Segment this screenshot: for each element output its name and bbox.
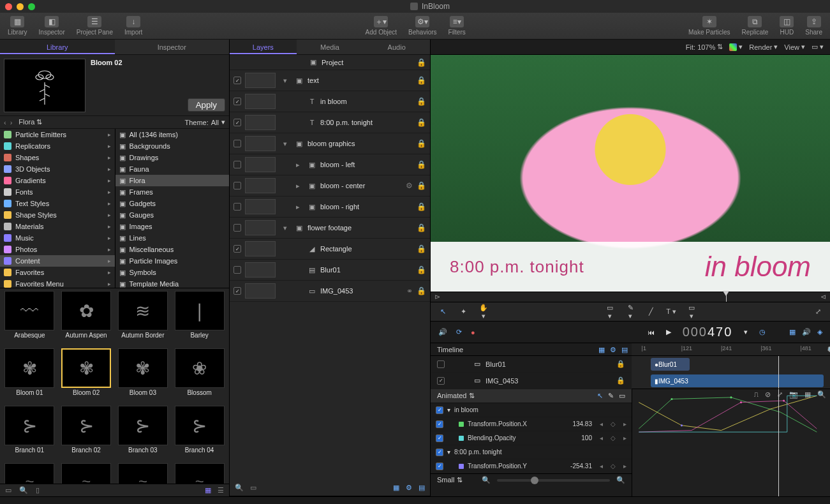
gear-icon[interactable]: ⚙ (406, 181, 413, 190)
disclosure-icon[interactable]: ▾ (279, 140, 291, 148)
show-audio-icon[interactable]: 🔊 (802, 328, 811, 336)
library-thumb[interactable]: ⊱Branch 01 (3, 406, 57, 461)
lock-icon[interactable]: 🔒 (417, 118, 426, 127)
subcategory-item[interactable]: ▣Flora (115, 175, 230, 186)
layer-row[interactable]: ▣Project🔒 (230, 55, 430, 70)
lock-icon[interactable]: 🔒 (417, 97, 426, 106)
view-menu[interactable]: View ▾ (784, 43, 805, 51)
library-thumb[interactable]: ⊱Branch 02 (59, 406, 114, 461)
subcategory-item[interactable]: ▣Miscellaneous (115, 244, 230, 255)
playhead-line[interactable] (778, 356, 779, 389)
prev-keyframe-icon[interactable]: ◂ (600, 420, 603, 427)
lock-icon[interactable]: 🔒 (417, 265, 426, 274)
subcategory-item[interactable]: ▣Particle Images (115, 255, 230, 267)
rectangle-tool-icon[interactable]: ▭ ▾ (604, 304, 616, 320)
subcategory-item[interactable]: ▣Symbols (115, 267, 230, 278)
subcategory-item[interactable]: ▣Fauna (115, 163, 230, 175)
bezier-tool-icon[interactable]: ✎ ▾ (625, 304, 636, 320)
out-point-icon[interactable]: ⊲ (820, 293, 826, 301)
paint-tool-icon[interactable]: ╱ (645, 308, 656, 316)
layer-row[interactable]: ▭IMG_0453⚭🔒 (230, 281, 430, 302)
visibility-checkbox[interactable] (233, 119, 241, 126)
share-button[interactable]: ⇪Share (805, 16, 822, 36)
fit-control[interactable]: Fit: 107% ⇅ (686, 43, 723, 51)
show-keyframes-icon[interactable]: ◈ (817, 328, 822, 336)
breadcrumb[interactable]: Flora ⇅ (19, 118, 42, 126)
layer-row[interactable]: Tin bloom🔒 (230, 91, 430, 112)
library-thumb[interactable]: ✾Bloom 03 (116, 348, 170, 403)
layer-row[interactable]: ▸▣bloom - right🔒 (230, 196, 430, 218)
mini-timeline[interactable]: ⊳ ⊲ (431, 292, 830, 302)
layout-menu[interactable]: ▭ ▾ (811, 43, 824, 51)
pen-tool-icon[interactable]: ✎ (608, 392, 614, 400)
next-keyframe-icon[interactable]: ▸ (623, 434, 626, 441)
render-menu[interactable]: Render ▾ (749, 43, 778, 51)
in-point-icon[interactable]: ⊳ (434, 293, 440, 301)
lock-icon[interactable]: 🔒 (417, 160, 426, 169)
arrow-tool-icon[interactable]: ↖ (597, 392, 603, 400)
visibility-checkbox[interactable] (233, 161, 241, 168)
kf-param-row[interactable]: Blending.Opacity100◂◇▸ (431, 431, 632, 445)
zoom-icon[interactable]: 🔍 (827, 346, 830, 353)
lock-icon[interactable]: 🔒 (417, 202, 426, 211)
subcategory-item[interactable]: ▣All (1346 items) (115, 129, 230, 140)
kf-param-row[interactable]: Transform.Position.X134.83◂◇▸ (431, 417, 632, 431)
kf-toggle[interactable] (436, 406, 443, 414)
subcategory-item[interactable]: ▣Template Media (115, 278, 230, 288)
visibility-checkbox[interactable] (233, 77, 241, 84)
disclosure-icon[interactable]: ▸ (292, 161, 304, 169)
kf-parent-row[interactable]: ▾in bloom (431, 403, 632, 417)
library-thumb[interactable]: ≈ (3, 463, 57, 484)
library-thumb[interactable]: ❀Blossom (172, 348, 226, 403)
search-icon[interactable]: 🔍 (235, 484, 244, 492)
zoom-out-icon[interactable]: 🔍 (482, 476, 491, 484)
kf-toggle[interactable] (436, 434, 443, 442)
add-keyframe-icon[interactable]: ◇ (611, 420, 616, 427)
kf-value[interactable]: 134.83 (572, 420, 592, 427)
tl-mask-icon[interactable]: ▦ (598, 343, 605, 356)
timecode[interactable]: 000470 (683, 325, 733, 339)
expand-icon[interactable]: ⤢ (812, 308, 824, 316)
clip-blur[interactable]: ● Blur01 (651, 358, 690, 371)
visibility-checkbox[interactable] (233, 266, 241, 274)
zoom-slider[interactable] (497, 479, 610, 482)
library-button[interactable]: ▦Library (8, 16, 27, 36)
visibility-checkbox[interactable] (233, 98, 241, 105)
layer-row[interactable]: ▾▣text🔒 (230, 70, 430, 91)
minimize-icon[interactable] (17, 3, 24, 10)
behaviors-button[interactable]: ⚙▾Behaviors (408, 16, 436, 36)
hud-button[interactable]: ◫HUD (780, 16, 794, 36)
category-item[interactable]: Shape Styles▸ (0, 209, 115, 221)
layer-row[interactable]: T8:00 p.m. tonight🔒 (230, 112, 430, 133)
kf-value[interactable]: 100 (581, 434, 592, 441)
layer-row[interactable]: ▸▣bloom - left🔒 (230, 154, 430, 175)
nav-fwd-icon[interactable]: › (10, 119, 13, 126)
go-to-start-icon[interactable]: ⏮ (648, 329, 655, 336)
subcategory-item[interactable]: ▣Drawings (115, 152, 230, 163)
category-item[interactable]: Gradients▸ (0, 175, 115, 186)
box-tool-icon[interactable]: ▭ (619, 392, 625, 400)
prev-keyframe-icon[interactable]: ◂ (600, 434, 603, 441)
3d-transform-icon[interactable]: ✦ (457, 308, 469, 316)
subcategory-item[interactable]: ▣Backgrounds (115, 140, 230, 152)
visibility-checkbox[interactable] (233, 140, 241, 147)
tab-audio[interactable]: Audio (363, 40, 430, 54)
subcategory-item[interactable]: ▣Gauges (115, 209, 230, 221)
make-particles-button[interactable]: ✶Make Particles (688, 16, 730, 36)
record-icon[interactable]: ● (471, 329, 475, 336)
add-keyframe-icon[interactable]: ◇ (611, 463, 616, 470)
link-icon[interactable]: ⚭ (406, 286, 413, 295)
library-thumb[interactable]: ≈ (172, 463, 226, 484)
maximize-icon[interactable] (28, 3, 35, 10)
kf-toggle[interactable] (436, 463, 443, 470)
apply-button[interactable]: Apply (188, 98, 225, 112)
track-header[interactable]: ▭Blur01🔒 (431, 356, 632, 373)
add-keyframe-icon[interactable]: ◇ (611, 434, 616, 441)
tl-behavior-icon[interactable]: ⚙ (610, 343, 616, 356)
disclosure-icon[interactable]: ▾ (447, 406, 450, 413)
keyframe-mode[interactable]: Animated ⇅ (437, 392, 475, 400)
category-item[interactable]: Text Styles▸ (0, 198, 115, 209)
category-item[interactable]: Photos▸ (0, 244, 115, 255)
loop-icon[interactable]: ⟳ (456, 328, 462, 336)
color-channel[interactable]: ▾ (729, 43, 743, 51)
